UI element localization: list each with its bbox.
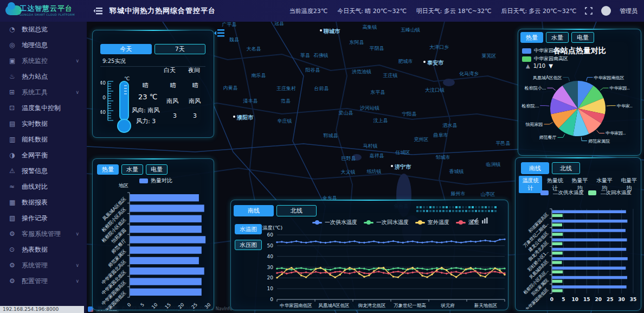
sidebar-item-13[interactable]: ⚙客服系统管理∨ [0, 226, 87, 242]
weather-tab-1[interactable]: 7天 [154, 44, 206, 54]
logo-subtitle: GONGDA SMART CLOUD PLATFORM [20, 13, 75, 16]
legend-marker [312, 222, 322, 223]
line-stats-tab-1[interactable]: 北线 [552, 162, 580, 174]
map-city-label: 濮阳市 [237, 114, 253, 122]
sidebar-item-label: 数据总览 [22, 25, 48, 33]
sidebar-item-5[interactable]: ⊡温度集中控制 [0, 100, 87, 116]
map-town-label: 王庄镇 [383, 72, 398, 79]
svg-text:10: 10 [572, 297, 579, 302]
weather-tab-0[interactable]: 今天 [100, 44, 152, 54]
map-town-label: 魏县 [229, 36, 239, 43]
chevron-down-icon: ∨ [75, 85, 79, 100]
map-town-label: 宁阳县 [402, 111, 417, 118]
sidebar-item-label: 系统工具 [22, 88, 48, 96]
balance-icon: ◑ [9, 148, 15, 163]
sidebar-item-4[interactable]: ⊞系统工具∨ [0, 85, 87, 100]
legend-item[interactable]: 一次供水温度 [312, 219, 357, 226]
map-town-label: 曲阜市 [434, 132, 448, 139]
line-tab-0[interactable]: 南线 [234, 205, 274, 216]
sidebar-item-2[interactable]: ▣系统监控∨ [0, 53, 87, 69]
legend-swatch [588, 190, 596, 195]
sidebar-item-6[interactable]: ▤实时数据 [0, 116, 87, 132]
dots-decoration [416, 206, 499, 214]
sidebar-item-15[interactable]: ⚙系统管理∨ [0, 258, 87, 273]
weather-day-wind: 南风 [166, 97, 178, 105]
map-town-label: 王庄集村 [276, 85, 296, 92]
map-town-label: 内黄县 [223, 85, 238, 92]
map-town-label: 阳谷县 [306, 67, 320, 74]
subtab-0[interactable]: 温度统计 [519, 176, 542, 193]
fullscreen-icon[interactable] [585, 7, 593, 15]
line-stats-tab-0[interactable]: 南线 [521, 162, 549, 174]
map-town-label: 辛庄镇 [278, 118, 292, 125]
sidebar-item-16[interactable]: ⚙配置管理∨ [0, 273, 87, 289]
svg-text:20: 20 [595, 297, 602, 302]
station-heat-tab-0[interactable]: 热量 [97, 164, 119, 175]
thermometer-graphic: 400-40℃ [100, 76, 140, 136]
line-stats-legend: 二次供水温度二次回水温度 [540, 189, 632, 196]
svg-text:40: 40 [100, 80, 106, 86]
weather-col-night: 夜间 [188, 66, 200, 74]
bar-chart-type-icon[interactable] [481, 217, 488, 224]
sidebar-item-label: 操作记录 [22, 214, 48, 222]
map-city-label: 聊城市 [324, 28, 340, 35]
map-town-label: 香城镇 [449, 168, 464, 175]
sidebar-item-14[interactable]: ⊙热表数据 [0, 242, 87, 258]
sidebar-item-3[interactable]: ♨热力站点 [0, 69, 87, 85]
station-heat-tab-1[interactable]: 水量 [121, 164, 143, 175]
user-avatar[interactable] [601, 6, 611, 16]
map-town-label: 冠县 [274, 22, 284, 27]
legend-swatch [522, 56, 531, 62]
sidebar-item-11[interactable]: ▦数据报表 [0, 195, 87, 210]
svg-text:师范餐厅: 师范餐厅 [539, 135, 557, 140]
legend-marker [415, 222, 425, 223]
svg-text:30: 30 [618, 297, 625, 302]
status-bar-url: 192.168.254.196:8000 [0, 306, 84, 313]
sidebar-item-1[interactable]: ◎地理信息 [0, 37, 87, 53]
pie-tabs: 热量水量电量 [520, 32, 594, 43]
map-town-label: 范县 [281, 98, 291, 105]
map-town-label: 巨野县 [342, 155, 356, 162]
pie-tab-0[interactable]: 热量 [520, 32, 543, 43]
map-town-label: 大津口乡 [429, 44, 449, 51]
map-city-label: 泰安市 [427, 59, 443, 67]
line-chart-type-icon[interactable] [471, 217, 478, 224]
sidebar-item-0[interactable]: ◔数据总览 [0, 22, 87, 37]
svg-text:0: 0 [550, 297, 553, 302]
map-town-label: 山亭区 [481, 191, 495, 198]
legend-item[interactable]: 室外温度 [415, 219, 449, 226]
heat-station-icon: ♨ [9, 69, 15, 85]
sidebar-nav: ◔数据总览◎地理信息▣系统监控∨♨热力站点⊞系统工具∨⊡温度集中控制▤实时数据▥… [0, 22, 87, 313]
page-down-icon[interactable]: ▼ [549, 63, 553, 69]
line-stats-panel: 南线北线 温度统计热量统计热量平均水量平均电量平均 二次供水温度二次回水温度 0… [515, 157, 641, 311]
legend-marker [364, 222, 373, 223]
page-up-icon[interactable]: ▲ [526, 63, 530, 69]
pie-tab-2[interactable]: 电量 [571, 32, 594, 43]
legend-swatch [522, 48, 531, 54]
pie-tab-1[interactable]: 水量 [546, 32, 569, 43]
map-town-label: 化马湾乡 [459, 71, 479, 78]
sidebar-item-12[interactable]: ▧操作记录 [0, 210, 87, 226]
weather-night-wind: 南风 [189, 97, 201, 105]
weather-info-item: 今日天气: 晴 20℃~32℃ [337, 7, 407, 15]
sidebar-item-label: 曲线对比 [22, 183, 48, 190]
sidebar-item-7[interactable]: ▥能耗数据 [0, 132, 87, 148]
legend-item[interactable]: 一次回水温度 [364, 219, 409, 226]
map-town-label: 汶上县 [373, 117, 388, 124]
sidebar-item-8[interactable]: ◑全网平衡 [0, 148, 87, 163]
svg-text:0: 0 [126, 302, 132, 308]
weather-wind-direction: 风向: 南风 [132, 106, 159, 114]
pie-legend-item: 中华家园南低区 [522, 47, 568, 54]
sidebar-item-9[interactable]: ⚠报警信息 [0, 163, 87, 179]
map-town-label: 大名县 [247, 46, 261, 53]
meter-icon: ⊙ [9, 242, 15, 258]
sidebar-item-10[interactable]: ≈曲线对比 [0, 179, 87, 195]
legend-marker [456, 222, 466, 223]
menu-fold-icon[interactable] [93, 6, 103, 16]
map-town-label: 大汶口镇 [425, 87, 445, 94]
map-town-label: 石佛镇 [314, 52, 329, 59]
line-tab-1[interactable]: 北线 [276, 205, 317, 216]
map-collapse-icon[interactable] [214, 28, 225, 38]
station-heat-tab-2[interactable]: 电量 [146, 164, 168, 175]
sidebar-item-label: 热力站点 [22, 73, 48, 80]
